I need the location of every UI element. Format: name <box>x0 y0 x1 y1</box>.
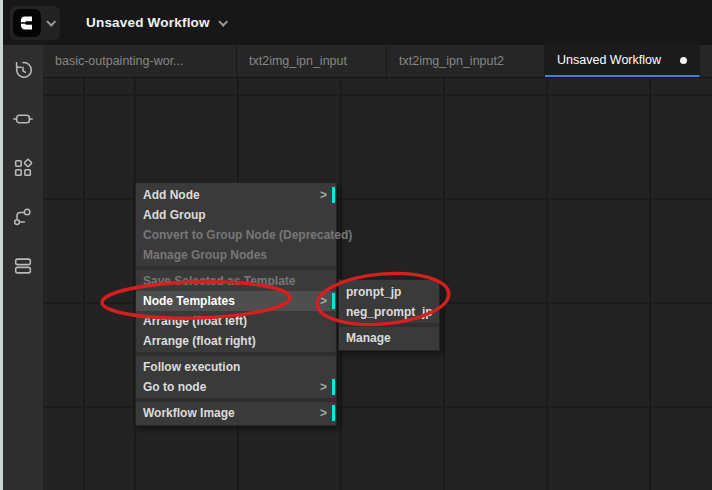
workflow-title: Unsaved Workflow <box>86 15 210 30</box>
chevron-down-icon <box>46 17 56 27</box>
menu-separator <box>136 266 336 270</box>
submenu-arrow-icon: > <box>320 185 327 205</box>
submenu-arrow-icon: > <box>320 377 327 397</box>
workflow-tab[interactable]: basic-outpainting-wor... <box>43 45 237 77</box>
menu-item-pronpt-jp[interactable]: pronpt_jp <box>339 282 439 302</box>
menu-item-add-node[interactable]: Add Node> <box>136 185 336 205</box>
unsaved-indicator-dot <box>680 57 687 64</box>
node-connection-icon <box>12 108 34 130</box>
menu-separator <box>136 352 336 356</box>
app-window: Unsaved Workflow basic-outpainting-wor..… <box>0 0 712 490</box>
submenu-arrow-icon: > <box>320 291 327 311</box>
top-menubar: Unsaved Workflow <box>3 0 712 45</box>
workflow-tab[interactable]: Unsaved Workflow <box>545 45 700 77</box>
menu-item-label: Convert to Group Node (Deprecated) <box>143 228 352 242</box>
menu-item-label: neg_prompt_jp <box>346 305 433 319</box>
sidebar-item-node-connection[interactable] <box>6 102 40 136</box>
menu-separator <box>339 323 439 327</box>
menu-item-label: Arrange (float left) <box>143 314 247 328</box>
menu-separator <box>136 398 336 402</box>
sidebar-item-model-library[interactable] <box>6 200 40 234</box>
menu-item-manage[interactable]: Manage <box>339 328 439 348</box>
tab-label: basic-outpainting-wor... <box>55 54 184 68</box>
menu-item-label: Add Node <box>143 188 200 202</box>
tab-label: txt2img_ipn_input2 <box>399 54 504 68</box>
menu-item-label: Manage <box>346 331 391 345</box>
menu-item-label: Add Group <box>143 208 206 222</box>
menu-item-arrange-float-right[interactable]: Arrange (float right) <box>136 331 336 351</box>
menu-item-label: Follow execution <box>143 360 240 374</box>
tabbar-filler <box>700 45 712 77</box>
canvas-context-menu: Add Node>Add GroupConvert to Group Node … <box>135 182 337 426</box>
workflow-templates-icon <box>12 255 34 277</box>
menu-item-manage-group-nodes: Manage Group Nodes <box>136 245 336 265</box>
submenu-indicator-bar <box>332 379 335 395</box>
menu-item-label: Go to node <box>143 380 206 394</box>
workflow-tab[interactable]: txt2img_ipn_input2 <box>387 45 545 77</box>
left-sidebar <box>3 45 43 490</box>
menu-item-label: Arrange (float right) <box>143 334 256 348</box>
submenu-indicator-bar <box>332 405 335 421</box>
menu-item-label: Workflow Image <box>143 406 235 420</box>
menu-item-add-group[interactable]: Add Group <box>136 205 336 225</box>
submenu-indicator-bar <box>332 293 335 309</box>
menu-item-label: Save Selected as Template <box>143 274 296 288</box>
menu-item-convert-to-group-node-deprecated: Convert to Group Node (Deprecated) <box>136 225 336 245</box>
tab-label: Unsaved Workflow <box>557 53 661 67</box>
menu-item-label: Node Templates <box>143 294 235 308</box>
menu-item-label: pronpt_jp <box>346 285 401 299</box>
menu-item-go-to-node[interactable]: Go to node> <box>136 377 336 397</box>
comfyui-logo-icon <box>13 9 41 37</box>
sidebar-item-node-library[interactable] <box>6 151 40 185</box>
chevron-down-icon <box>218 17 228 27</box>
app-menu-button[interactable] <box>10 6 60 40</box>
workflow-title-menu[interactable]: Unsaved Workflow <box>86 15 226 30</box>
menu-item-arrange-float-left[interactable]: Arrange (float left) <box>136 311 336 331</box>
tab-label: txt2img_ipn_input <box>249 54 347 68</box>
sidebar-item-queue-history[interactable] <box>6 53 40 87</box>
node-library-icon <box>12 157 34 179</box>
menu-item-follow-execution[interactable]: Follow execution <box>136 357 336 377</box>
menu-item-neg-prompt-jp[interactable]: neg_prompt_jp <box>339 302 439 322</box>
submenu-arrow-icon: > <box>320 403 327 423</box>
node-templates-submenu: pronpt_jpneg_prompt_jpManage <box>338 279 440 351</box>
model-library-icon <box>12 206 34 228</box>
menu-item-save-selected-as-template: Save Selected as Template <box>136 271 336 291</box>
menu-item-label: Manage Group Nodes <box>143 248 267 262</box>
menu-item-workflow-image[interactable]: Workflow Image> <box>136 403 336 423</box>
menu-item-node-templates[interactable]: Node Templates> <box>136 291 336 311</box>
sidebar-item-workflow-templates[interactable] <box>6 249 40 283</box>
queue-history-icon <box>12 59 34 81</box>
workflow-tab[interactable]: txt2img_ipn_input <box>237 45 387 77</box>
workflow-tabbar: basic-outpainting-wor...txt2img_ipn_inpu… <box>43 45 712 78</box>
submenu-indicator-bar <box>332 187 335 203</box>
